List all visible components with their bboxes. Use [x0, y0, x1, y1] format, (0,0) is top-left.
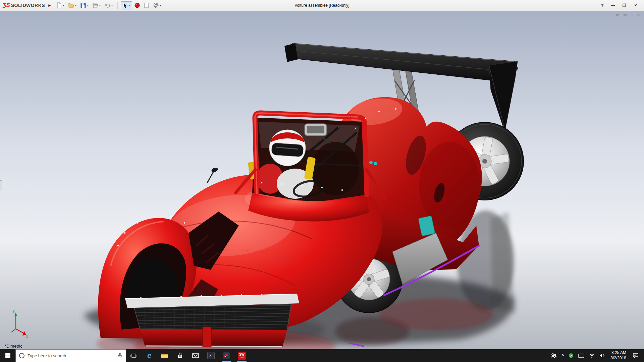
viewport-close-icon[interactable]: ✕ [637, 13, 640, 17]
microphone-icon[interactable] [118, 353, 122, 359]
defender-shield-icon[interactable] [566, 353, 576, 358]
dropdown-caret[interactable] [129, 5, 131, 6]
design-table-icon [144, 2, 150, 8]
task-view-icon [130, 353, 137, 359]
new-document-button[interactable] [55, 1, 66, 9]
console-button[interactable]: >_ [203, 349, 219, 362]
dropdown-caret[interactable] [160, 5, 162, 6]
action-center-icon [633, 353, 639, 358]
3d-scene[interactable]: x y [0, 11, 644, 349]
view-orientation-label: *Dimetric [5, 344, 22, 349]
open-document-button[interactable] [67, 1, 78, 9]
front-lip [140, 329, 287, 347]
search-input[interactable] [28, 353, 115, 358]
solidworks-app-button[interactable] [219, 349, 234, 362]
hidden-icons-button[interactable]: ^ [559, 353, 566, 358]
console-icon: >_ [207, 352, 215, 359]
minimize-button[interactable]: — [607, 2, 619, 9]
window-controls: ? — ❐ ✕ [598, 2, 641, 9]
ds-logo-mark: ƷS [3, 2, 10, 9]
menu-flyout-arrow[interactable]: ▶ [48, 4, 51, 7]
select-cursor-button[interactable] [121, 1, 132, 9]
gear-icon [153, 2, 159, 8]
solidworks-app-icon [223, 352, 230, 359]
helmet-visor [271, 143, 304, 157]
appearance-button[interactable] [133, 1, 142, 9]
taskbar-search[interactable] [15, 349, 126, 362]
sw-2017-icon: SW 2017 [238, 352, 246, 360]
undo-icon [104, 2, 110, 8]
network-icon[interactable] [587, 353, 597, 358]
save-button[interactable] [79, 1, 90, 9]
featuremanager-collapse-tab[interactable] [0, 180, 2, 190]
open-folder-icon [68, 2, 74, 8]
brand-name: SOLIDWORKS [11, 3, 45, 8]
undo-button[interactable] [103, 1, 114, 9]
design-table-button[interactable] [142, 1, 151, 9]
start-button[interactable] [0, 349, 15, 362]
viewport-pane-icon[interactable]: ▭ [616, 13, 619, 17]
viewport-pane2-icon[interactable]: ▭ [623, 13, 627, 17]
cortana-icon [19, 353, 24, 358]
windows-logo-icon [5, 353, 11, 359]
close-button[interactable]: ✕ [630, 2, 641, 9]
triad-y-label: y [13, 309, 15, 313]
app-window: ƷS SOLIDWORKS ▶ [0, 0, 644, 362]
graphics-viewport[interactable]: x y ▭ ▭ – ✕ *Dimetric [0, 11, 644, 349]
action-center-button[interactable] [629, 353, 642, 358]
options-button[interactable] [152, 1, 163, 9]
sw-2017-label: SW [239, 353, 245, 356]
viewport-window-controls: ▭ ▭ – ✕ [616, 13, 640, 17]
dropdown-caret[interactable] [75, 5, 77, 6]
titlebar: ƷS SOLIDWORKS ▶ [0, 0, 644, 11]
file-explorer-icon [161, 353, 168, 359]
window-title: Voiture assemblee [Read-only] [294, 3, 349, 8]
dropdown-caret[interactable] [63, 5, 65, 6]
dropdown-caret[interactable] [99, 5, 101, 6]
file-explorer-button[interactable] [157, 349, 172, 362]
help-button[interactable]: ? [598, 3, 607, 8]
save-icon [80, 2, 86, 8]
viewport-minimize-icon[interactable]: – [631, 13, 633, 17]
restore-button[interactable]: ❐ [619, 2, 630, 9]
triad-x-label: x [26, 334, 28, 338]
print-button[interactable] [91, 1, 102, 9]
select-cursor-icon [122, 2, 128, 8]
edge-icon: e [147, 352, 151, 359]
windows-taskbar: e >_ [0, 349, 644, 362]
clock-date: 8/2/2018 [610, 356, 626, 361]
front-nose[interactable] [125, 294, 299, 347]
toolbar-separator [117, 2, 118, 9]
store-button[interactable] [172, 349, 188, 362]
system-tray: ^ 8:25 AM 8/2/2018 [548, 349, 644, 362]
people-icon[interactable] [548, 353, 559, 358]
appearance-sphere-icon [134, 2, 140, 8]
teal-marker-dot [374, 162, 377, 165]
dropdown-caret[interactable] [111, 5, 113, 6]
sw-2017-year: 2017 [239, 356, 244, 358]
solidworks-logo: ƷS SOLIDWORKS [3, 2, 45, 9]
main-toolbar [55, 1, 163, 9]
new-document-icon [56, 2, 62, 8]
touch-keyboard-icon[interactable] [576, 354, 587, 358]
print-icon [92, 2, 98, 8]
mail-icon [192, 353, 199, 358]
taskbar-clock[interactable]: 8:25 AM 8/2/2018 [607, 350, 629, 361]
volume-icon[interactable] [597, 353, 607, 358]
store-icon [177, 353, 183, 359]
mail-button[interactable] [188, 349, 203, 362]
task-view-button[interactable] [126, 349, 142, 362]
edge-button[interactable]: e [142, 349, 157, 362]
dropdown-caret[interactable] [87, 5, 89, 6]
teal-marker-dot [369, 161, 373, 164]
sw-2017-button[interactable]: SW 2017 [234, 349, 250, 362]
splitter-strut [203, 327, 211, 347]
clock-time: 8:25 AM [610, 350, 626, 356]
